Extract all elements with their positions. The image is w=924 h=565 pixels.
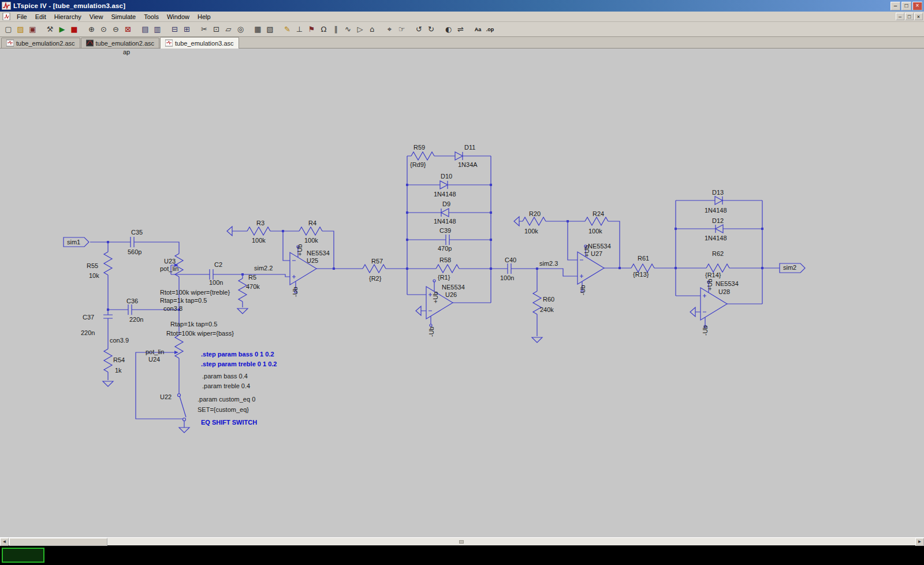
schematic-label[interactable]: R57: [371, 258, 383, 265]
schematic-label[interactable]: +Ub: [296, 244, 304, 257]
redo-icon[interactable]: ↻: [425, 23, 437, 35]
control-panel-icon[interactable]: ⚒: [44, 23, 56, 35]
schematic-label[interactable]: 1N4148: [434, 218, 456, 225]
cut-icon[interactable]: ✂: [198, 23, 210, 35]
schematic-label[interactable]: sim1: [67, 239, 80, 246]
resistor-icon[interactable]: Ω: [318, 23, 330, 35]
schematic-label[interactable]: C35: [131, 229, 143, 236]
schematic-label[interactable]: R60: [543, 296, 554, 303]
tab-tube-emulation2[interactable]: tube_emulation2.asc: [1, 38, 80, 48]
schematic-label[interactable]: 220n: [81, 329, 95, 337]
window-grid-icon[interactable]: ⊞: [181, 23, 193, 35]
menu-item[interactable]: Window: [163, 12, 193, 21]
schematic-label[interactable]: 240k: [540, 306, 554, 314]
schematic-label[interactable]: 100k: [252, 237, 266, 244]
schematic-label[interactable]: +Ub: [706, 279, 714, 291]
schematic-label[interactable]: R5: [248, 274, 256, 281]
run-icon[interactable]: ▶: [56, 23, 68, 35]
drag-icon[interactable]: ☞: [396, 23, 408, 35]
schematic-label[interactable]: Rtot=100k wiper={treble}: [160, 289, 230, 296]
schematic-label[interactable]: U28: [718, 288, 730, 296]
print-preview-icon[interactable]: ▦: [252, 23, 264, 35]
zoom-in-icon[interactable]: ⊕: [85, 23, 98, 35]
menu-item[interactable]: Simulate: [107, 12, 140, 21]
schematic-canvas[interactable]: [0, 49, 924, 537]
schematic-label[interactable]: R54: [113, 356, 125, 364]
window-panels-icon[interactable]: ⊟: [169, 23, 181, 35]
schematic-label[interactable]: 10k: [89, 272, 99, 280]
tile-vertical-icon[interactable]: ▥: [151, 23, 163, 35]
schematic-label[interactable]: 560p: [128, 248, 141, 256]
schematic-label[interactable]: pot_lin: [146, 348, 164, 356]
schematic-label[interactable]: -Ub: [428, 326, 435, 337]
schematic-label[interactable]: {R2}: [369, 275, 381, 282]
rotate-icon[interactable]: ◐: [442, 23, 454, 35]
menu-item[interactable]: File: [13, 12, 31, 21]
schematic-label[interactable]: 1k: [115, 367, 122, 374]
schematic-label[interactable]: {R14}: [705, 272, 721, 279]
draw-wire-icon[interactable]: ✎: [281, 23, 293, 35]
schematic-label[interactable]: NE5534: [442, 284, 465, 291]
schematic-label[interactable]: U27: [591, 250, 602, 258]
schematic-label[interactable]: R20: [529, 210, 541, 218]
schematic-label[interactable]: 470k: [246, 283, 260, 291]
mdi-restore-button[interactable]: □: [905, 13, 914, 20]
schematic-label[interactable]: NE5534: [588, 243, 611, 250]
schematic-label[interactable]: NE5534: [307, 250, 330, 257]
schematic-label[interactable]: R59: [413, 144, 425, 151]
scrollbar-left-arrow[interactable]: ◄: [0, 538, 9, 546]
undo-icon[interactable]: ↺: [413, 23, 425, 35]
schematic-label[interactable]: D10: [441, 173, 452, 180]
text-icon[interactable]: Aa: [472, 23, 484, 35]
schematic-label[interactable]: 100k: [588, 228, 602, 235]
zoom-full-icon[interactable]: ⊠: [122, 23, 134, 35]
print-icon[interactable]: ▧: [264, 23, 276, 35]
scrollbar-thumb[interactable]: [9, 538, 107, 546]
schematic-label[interactable]: sim2.3: [539, 260, 558, 267]
schematic-label[interactable]: D12: [712, 217, 724, 225]
menu-item[interactable]: View: [85, 12, 107, 21]
schematic-label[interactable]: .step param treble 0 1 0.2: [201, 360, 277, 368]
schematic-label[interactable]: .param treble 0.4: [202, 382, 250, 390]
schematic-label[interactable]: R24: [593, 210, 604, 218]
schematic-label[interactable]: R61: [638, 255, 649, 262]
schematic-label[interactable]: {R1}: [438, 274, 450, 281]
schematic-label[interactable]: SET={custom_eq}: [198, 406, 249, 414]
schematic-label[interactable]: +Ub: [583, 246, 591, 258]
schematic-label[interactable]: 470p: [438, 245, 452, 252]
schematic-label[interactable]: U23: [164, 258, 176, 265]
horizontal-scrollbar[interactable]: ◄ ►: [0, 537, 924, 545]
schematic-label[interactable]: 1N34A: [458, 161, 478, 169]
schematic-label[interactable]: R58: [439, 257, 451, 264]
net-label-icon[interactable]: ⚑: [305, 23, 318, 35]
ground-icon[interactable]: ⊥: [293, 23, 305, 35]
schematic-label[interactable]: R3: [256, 220, 264, 227]
schematic-label[interactable]: sim2: [783, 264, 796, 272]
halt-icon[interactable]: ■: [68, 23, 80, 35]
schematic-label[interactable]: Rtot=100k wiper={bass}: [166, 330, 234, 337]
schematic-label[interactable]: C36: [126, 298, 138, 305]
mirror-icon[interactable]: ⇌: [454, 23, 467, 35]
schematic-area[interactable]: apsim1C35560pR5510kU23pot_linC2100nsim2.…: [0, 49, 924, 537]
schematic-label[interactable]: 100k: [524, 228, 538, 235]
schematic-label[interactable]: +Ub: [432, 292, 439, 304]
schematic-label[interactable]: R4: [308, 220, 316, 227]
restore-button[interactable]: □: [901, 2, 911, 10]
schematic-label[interactable]: ap: [123, 49, 130, 56]
schematic-label[interactable]: U25: [307, 257, 318, 265]
schematic-label[interactable]: 100n: [500, 274, 514, 282]
schematic-label[interactable]: C37: [83, 314, 94, 321]
schematic-label[interactable]: 1N4148: [705, 207, 727, 214]
save-icon[interactable]: ▣: [27, 23, 39, 35]
find-icon[interactable]: ◎: [234, 23, 247, 35]
schematic-label[interactable]: {Rd9}: [410, 161, 426, 169]
schematic-label[interactable]: Rtap=1k tap=0.5: [170, 321, 217, 328]
tile-horizontal-icon[interactable]: ▤: [139, 23, 151, 35]
schematic-label[interactable]: C39: [439, 227, 451, 235]
schematic-label[interactable]: -Ub: [702, 325, 709, 336]
schematic-label[interactable]: D13: [712, 189, 724, 196]
schematic-label[interactable]: EQ SHIFT SWITCH: [201, 419, 257, 426]
mdi-close-button[interactable]: ×: [914, 13, 923, 20]
inductor-icon[interactable]: ∿: [342, 23, 354, 35]
schematic-label[interactable]: D9: [442, 200, 450, 208]
